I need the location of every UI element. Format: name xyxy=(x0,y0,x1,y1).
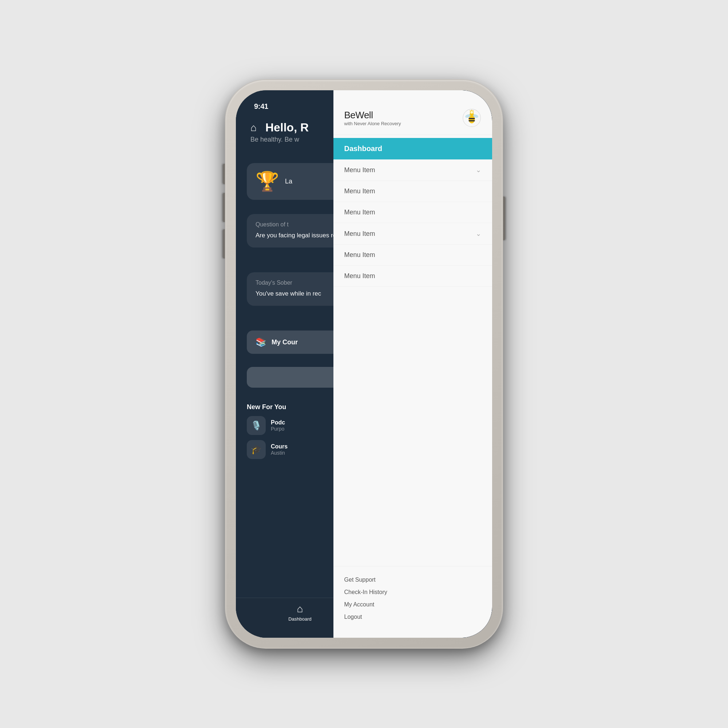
menu-item-5[interactable]: Menu Item xyxy=(333,245,492,266)
menu-item-6[interactable]: Menu Item xyxy=(333,266,492,287)
drawer-dashboard-item[interactable]: Dashboard xyxy=(333,138,492,159)
bee-logo xyxy=(462,109,481,127)
podcast-sub-1: Purpo xyxy=(271,426,285,432)
brand-title: BeWell xyxy=(344,110,401,121)
course-name-1: Cours xyxy=(271,444,288,450)
volume-down-button[interactable] xyxy=(223,229,226,258)
power-button[interactable] xyxy=(502,197,505,240)
svg-point-7 xyxy=(470,111,474,114)
svg-line-9 xyxy=(473,110,474,111)
menu-item-label-6: Menu Item xyxy=(344,272,481,280)
home-icon: ⌂ xyxy=(251,122,257,134)
my-account-link[interactable]: My Account xyxy=(344,598,481,611)
brand-subtitle: with Never Alone Recovery xyxy=(344,121,401,126)
checkin-history-link[interactable]: Check-In History xyxy=(344,586,481,598)
course-sub-1: Austin xyxy=(271,450,288,456)
subtitle-text: Be healthy. Be w xyxy=(251,136,309,144)
podcast-name-1: Podc xyxy=(271,419,285,426)
svg-rect-2 xyxy=(468,118,475,119)
menu-item-2[interactable]: Menu Item xyxy=(333,181,492,202)
drawer-dashboard-label: Dashboard xyxy=(344,145,382,153)
menu-item-3[interactable]: Menu Item xyxy=(333,202,492,223)
status-time: 9:41 xyxy=(254,102,268,111)
phone-screen: 9:41 ▲ ⌂ Hel xyxy=(236,90,492,638)
chevron-down-icon-2: ⌄ xyxy=(476,230,481,238)
logout-link[interactable]: Logout xyxy=(344,611,481,623)
menu-item-1[interactable]: Menu Item ⌄ xyxy=(333,159,492,181)
side-drawer: BeWell with Never Alone Recovery xyxy=(333,90,492,638)
volume-up-button[interactable] xyxy=(223,193,226,222)
greeting-text: Hello, R xyxy=(265,121,309,134)
courses-label: My Cour xyxy=(272,338,298,346)
brand-regular: Well xyxy=(355,110,373,121)
menu-item-label-5: Menu Item xyxy=(344,251,481,259)
menu-item-4[interactable]: Menu Item ⌄ xyxy=(333,223,492,245)
drawer-header: BeWell with Never Alone Recovery xyxy=(333,90,492,135)
dashboard-nav-icon: ⌂ xyxy=(297,603,303,615)
chevron-down-icon-1: ⌄ xyxy=(476,166,481,174)
drawer-footer: Get Support Check-In History My Account … xyxy=(333,566,492,638)
trophy-label: La xyxy=(285,177,292,185)
mute-button[interactable] xyxy=(223,164,226,184)
brand-name: BeWell with Never Alone Recovery xyxy=(344,110,401,126)
menu-item-label-4: Menu Item xyxy=(344,230,476,238)
menu-item-label-2: Menu Item xyxy=(344,187,481,195)
phone-frame: 9:41 ▲ ⌂ Hel xyxy=(226,80,502,648)
svg-rect-3 xyxy=(468,120,475,121)
course-icon: 🎓 xyxy=(247,440,266,459)
get-support-link[interactable]: Get Support xyxy=(344,574,481,586)
drawer-menu: Menu Item ⌄ Menu Item Menu Item Menu Ite… xyxy=(333,159,492,566)
dashboard-nav-label: Dashboard xyxy=(288,616,312,622)
svg-line-10 xyxy=(470,110,471,111)
podcast-icon: 🎙️ xyxy=(247,416,266,435)
brand-bold: Be xyxy=(344,110,356,121)
courses-icon: 📚 xyxy=(255,337,266,347)
menu-item-label-1: Menu Item xyxy=(344,166,476,174)
trophy-icon: 🏆 xyxy=(255,170,279,193)
menu-item-label-3: Menu Item xyxy=(344,209,481,216)
